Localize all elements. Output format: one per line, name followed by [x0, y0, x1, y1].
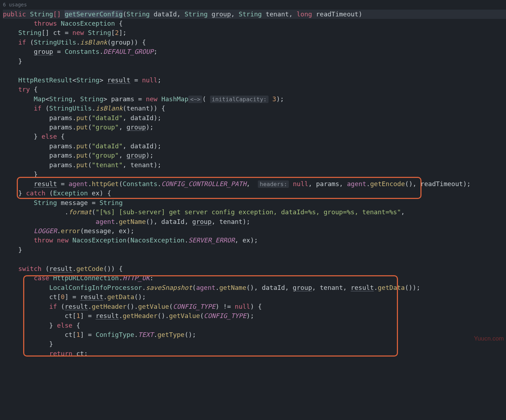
ident: ct [65, 312, 72, 319]
ident: group [111, 39, 131, 46]
code-editor[interactable]: public String[] getServerConfig(String d… [0, 10, 506, 359]
method-call: put [76, 123, 88, 131]
type: Exception [53, 189, 88, 197]
param: group [211, 10, 231, 18]
keyword-catch: catch [26, 189, 45, 197]
method-call: saveSnapshot [146, 284, 192, 291]
keyword-null: null [235, 303, 250, 310]
usages-hint[interactable]: 6 usages [0, 0, 506, 10]
constant: CONFIG_TYPE [204, 312, 246, 319]
code-line[interactable]: result = agent.httpGet(Constants.CONFIG_… [3, 179, 506, 189]
code-line[interactable]: } [3, 170, 506, 179]
ident: ex [119, 227, 127, 235]
keyword-case: case [34, 274, 49, 282]
code-line[interactable]: switch (result.getCode()) { [3, 264, 506, 273]
code-line[interactable]: if (StringUtils.isBlank(group)) { [3, 38, 506, 47]
keyword-if: if [18, 39, 26, 46]
code-line[interactable]: throws NacosException { [3, 19, 506, 28]
type-string: String [30, 10, 53, 18]
code-line[interactable]: throw new NacosException(NacosException.… [3, 236, 506, 245]
code-line[interactable]: agent.getName(), dataId, group, tenant); [3, 217, 506, 226]
type: String [80, 95, 103, 103]
code-line[interactable]: try { [3, 85, 506, 94]
code-line[interactable]: params.put("tenant", tenant); [3, 160, 506, 170]
code-line[interactable] [3, 255, 506, 264]
type: StringUtils [49, 104, 92, 112]
ident: group [127, 123, 146, 131]
method-call: getData [378, 284, 405, 291]
keyword-null: null [293, 180, 308, 188]
number: 1 [76, 331, 80, 338]
keyword-if: if [34, 104, 42, 112]
param: tenant [266, 10, 289, 18]
hint-headers: headers: [258, 180, 289, 188]
ident: result [65, 303, 88, 310]
hint-diamond: <~> [188, 96, 202, 103]
method-call: getHeader [92, 303, 127, 310]
code-line[interactable]: .format("[%s] [sub-server] get server co… [3, 208, 506, 217]
method-call: put [76, 142, 88, 150]
code-line[interactable]: params.put("group", group); [3, 123, 506, 132]
method-name: getServerConfig [65, 10, 123, 18]
code-line[interactable]: if (StringUtils.isBlank(tenant)) { [3, 104, 506, 113]
ident: result [96, 312, 119, 319]
string: "dataId" [92, 114, 123, 122]
type: String [18, 29, 41, 36]
code-line[interactable]: } [3, 245, 506, 255]
code-line[interactable]: } else { [3, 321, 506, 330]
string: "dataId" [92, 142, 123, 150]
keyword-else: else [57, 322, 72, 329]
type: String [184, 10, 208, 18]
code-line[interactable]: if (result.getHeader().getValue(CONFIG_T… [3, 302, 506, 311]
ident: params [49, 142, 72, 150]
code-line[interactable]: String message = String [3, 198, 506, 208]
keyword-new: new [146, 95, 158, 103]
ident: dataId [131, 142, 154, 150]
code-line[interactable]: } else { [3, 132, 506, 141]
type: Constants [65, 48, 99, 55]
code-line[interactable]: return ct; [3, 349, 506, 358]
code-line[interactable]: group = Constants.DEFAULT_GROUP; [3, 47, 506, 56]
code-line[interactable]: ct[1] = ConfigType.TEXT.getType(); [3, 330, 506, 339]
code-line[interactable]: params.put("dataId", dataId); [3, 142, 506, 151]
string: "group" [92, 123, 119, 131]
method-call: isBlank [96, 104, 123, 112]
code-line[interactable]: public String[] getServerConfig(String d… [3, 10, 506, 19]
ident: ct [49, 293, 57, 301]
code-line[interactable]: ct[0] = result.getData(); [3, 292, 506, 302]
type: String [76, 76, 99, 84]
code-line[interactable]: HttpRestResult<String> result = null; [3, 76, 506, 85]
param: dataId [154, 10, 177, 18]
param: readTimeout [316, 10, 358, 18]
code-line[interactable]: Map<String, String> params = new HashMap… [3, 94, 506, 104]
code-line[interactable]: String[] ct = new String[2]; [3, 28, 506, 37]
method-call: getEncode [370, 180, 405, 188]
code-line[interactable]: params.put("dataId", dataId); [3, 113, 506, 123]
code-line[interactable]: } [3, 339, 506, 349]
method-call: getData [107, 293, 134, 301]
type: String [88, 29, 111, 36]
code-line[interactable] [3, 66, 506, 75]
keyword-long: long [297, 10, 312, 18]
code-line[interactable]: ct[1] = result.getHeader().getValue(CONF… [3, 311, 506, 321]
number: 1 [76, 312, 80, 319]
keyword-return: return [49, 350, 72, 357]
ident: ct [65, 331, 72, 338]
ident: result [49, 265, 72, 272]
keyword-throws: throws [34, 20, 57, 27]
method-call: format [68, 208, 92, 216]
ident: group [293, 284, 312, 291]
keyword-if: if [49, 303, 57, 310]
method-call: getType [158, 331, 185, 338]
type: String [127, 10, 150, 18]
code-line[interactable]: case HttpURLConnection.HTTP_OK: [3, 273, 506, 283]
code-line[interactable]: params.put("group", group); [3, 151, 506, 160]
keyword-new: new [72, 29, 84, 36]
method-call: getCode [76, 265, 103, 272]
ident: result [34, 180, 57, 188]
code-line[interactable]: LocalConfigInfoProcessor.saveSnapshot(ag… [3, 283, 506, 292]
code-line[interactable]: } catch (Exception ex) { [3, 189, 506, 198]
ident: group [192, 218, 211, 225]
code-line[interactable]: LOGGER.error(message, ex); [3, 226, 506, 236]
code-line[interactable]: } [3, 57, 506, 66]
